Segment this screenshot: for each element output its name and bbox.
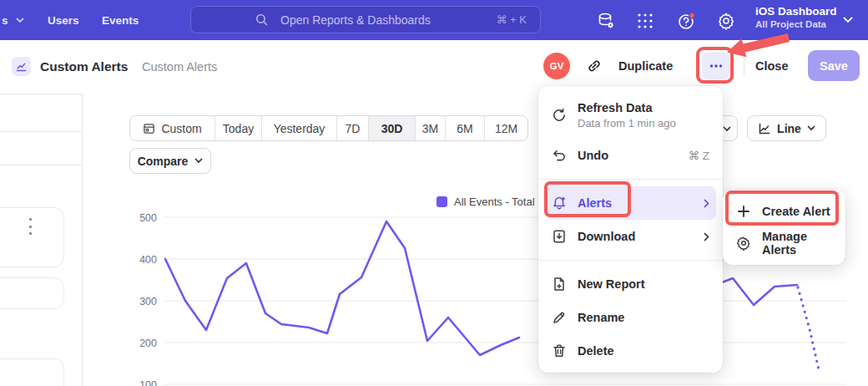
save-button[interactable]: Save [808, 50, 860, 81]
compare-button[interactable]: Compare [129, 148, 211, 174]
date-range-custom[interactable]: Custom [130, 116, 215, 140]
menu-item-rename[interactable]: Rename [538, 301, 723, 334]
menu-item-label: Create Alert [762, 205, 830, 218]
date-range-today[interactable]: Today [215, 116, 262, 140]
date-range-yesterday[interactable]: Yesterday [262, 116, 337, 140]
chevron-down-icon [807, 125, 815, 131]
legend-item[interactable]: All Events - Total [437, 196, 535, 208]
date-range-selector: Custom Today Yesterday 7D 30D 3M 6M 12M [129, 115, 528, 141]
apps-grid-icon[interactable] [635, 11, 655, 31]
data-source-icon[interactable] [596, 11, 616, 31]
report-header: Custom Alerts Custom Alerts GV Duplicate… [0, 40, 868, 94]
download-icon [552, 229, 567, 244]
more-options-button[interactable] [702, 52, 729, 79]
menu-separator [538, 260, 723, 261]
menu-separator [538, 179, 723, 180]
submenu-item-create-alert[interactable]: Create Alert [723, 196, 845, 227]
project-name: iOS Dashboard [755, 5, 837, 18]
svg-text:300: 300 [139, 296, 157, 307]
settings-icon[interactable] [716, 11, 736, 31]
menu-item-delete[interactable]: Delete [538, 334, 723, 368]
date-range-12m[interactable]: 12M [485, 116, 527, 140]
nav-item-events[interactable]: Events [102, 0, 139, 40]
menu-item-label: Delete [578, 344, 614, 358]
menu-item-label: Rename [578, 311, 624, 324]
calendar-icon [143, 122, 155, 135]
page-title: Custom Alerts [40, 59, 128, 74]
ellipsis-icon [709, 64, 723, 68]
menu-item-alerts[interactable]: Alerts [545, 186, 716, 220]
menu-item-label: Download [578, 230, 635, 243]
sidebar-card[interactable] [0, 358, 64, 386]
search-input[interactable]: Open Reports & Dashboards ⌘ + K [190, 6, 541, 33]
date-range-6m[interactable]: 6M [446, 116, 485, 140]
menu-item-label: Manage Alerts [762, 230, 832, 256]
divider [0, 131, 83, 132]
search-icon [255, 13, 269, 27]
menu-item-download[interactable]: Download [538, 220, 723, 253]
trash-icon [552, 343, 567, 358]
search-placeholder: Open Reports & Dashboards [280, 13, 431, 27]
sidebar-card[interactable] [0, 207, 64, 267]
menu-item-refresh-data[interactable]: Refresh Data Data from 1 min ago [538, 92, 723, 139]
kebab-menu-icon[interactable] [24, 218, 36, 235]
svg-text:100: 100 [139, 379, 157, 386]
close-button[interactable]: Close [755, 59, 789, 73]
bell-plus-icon [552, 196, 567, 211]
chevron-down-icon [843, 17, 853, 23]
legend-label: All Events - Total [454, 196, 535, 208]
chart-type-button[interactable]: Line [747, 115, 826, 141]
search-shortcut: ⌘ + K [497, 13, 527, 26]
alerts-submenu: Create Alert Manage Alerts [723, 190, 845, 265]
nav-item-partial[interactable]: s [2, 0, 24, 40]
sidebar-card[interactable] [0, 277, 64, 309]
menu-item-sublabel: Data from 1 min ago [578, 117, 676, 130]
chevron-down-icon [723, 126, 731, 132]
chevron-down-icon [16, 18, 24, 23]
project-subtitle: All Project Data [755, 19, 837, 29]
line-chart-icon [758, 122, 771, 135]
date-range-3m[interactable]: 3M [416, 116, 446, 140]
menu-item-undo[interactable]: Undo ⌘ Z [538, 139, 723, 172]
left-sidebar [0, 94, 83, 386]
duplicate-button[interactable]: Duplicate [618, 59, 673, 73]
divider [744, 54, 744, 76]
new-report-icon [552, 277, 567, 292]
chevron-right-icon [704, 199, 709, 208]
plus-icon [736, 204, 751, 219]
chevron-down-icon [194, 158, 203, 164]
help-icon[interactable] [677, 11, 697, 31]
svg-text:500: 500 [139, 212, 157, 224]
gear-icon [736, 236, 751, 251]
share-link-icon[interactable] [586, 58, 603, 74]
date-range-30d[interactable]: 30D [369, 116, 416, 140]
pencil-icon [552, 310, 567, 325]
menu-item-new-report[interactable]: New Report [538, 267, 723, 301]
nav-item-users[interactable]: Users [48, 0, 79, 40]
menu-item-label: Undo [578, 149, 608, 162]
project-selector[interactable]: iOS Dashboard All Project Data [755, 5, 837, 29]
undo-icon [552, 148, 567, 163]
svg-text:200: 200 [139, 338, 157, 349]
menu-item-label: Alerts [578, 196, 612, 210]
refresh-icon [552, 108, 567, 123]
top-nav-bar: s Users Events Open Reports & Dashboards… [0, 0, 868, 40]
date-range-7d[interactable]: 7D [337, 116, 369, 140]
menu-item-label: New Report [578, 277, 645, 291]
breadcrumb[interactable]: Custom Alerts [142, 60, 217, 74]
chevron-right-icon [704, 232, 709, 241]
submenu-item-manage-alerts[interactable]: Manage Alerts [723, 227, 845, 259]
legend-swatch [437, 196, 447, 207]
context-menu: Refresh Data Data from 1 min ago Undo ⌘ … [538, 86, 723, 373]
menu-item-shortcut: ⌘ Z [689, 149, 710, 162]
menu-item-label: Refresh Data [578, 101, 676, 114]
avatar[interactable]: GV [543, 53, 570, 79]
svg-text:400: 400 [139, 254, 157, 266]
divider [0, 165, 83, 165]
report-type-icon [12, 57, 31, 76]
